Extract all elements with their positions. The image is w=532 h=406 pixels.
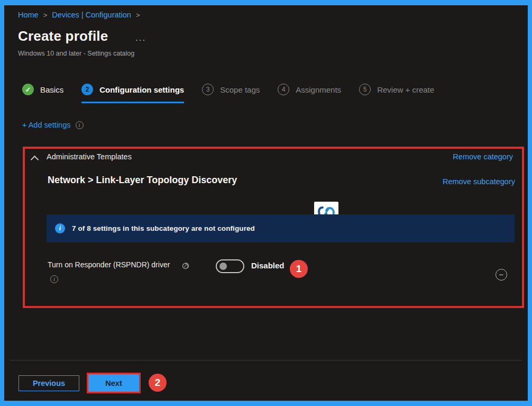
- previous-button[interactable]: Previous: [19, 375, 79, 391]
- tab-label: Configuration settings: [99, 85, 184, 94]
- breadcrumb-separator: >: [43, 11, 48, 19]
- info-icon[interactable]: i: [76, 121, 84, 129]
- info-icon[interactable]: i: [50, 275, 58, 283]
- step-number-icon: 5: [359, 84, 371, 95]
- tab-configuration-settings[interactable]: 2 Configuration settings: [81, 84, 184, 103]
- breadcrumb-devices-configuration-link[interactable]: Devices | Configuration: [52, 11, 131, 19]
- create-profile-panel: Home > Devices | Configuration > Create …: [4, 5, 528, 401]
- info-banner: i 7 of 8 settings in this subcategory ar…: [47, 214, 515, 242]
- info-icon: i: [55, 223, 65, 233]
- category-name: Administrative Templates: [47, 152, 132, 161]
- check-icon: ✓: [22, 84, 34, 95]
- collapse-chevron-icon[interactable]: [31, 156, 39, 164]
- more-options-icon[interactable]: ...: [135, 33, 146, 43]
- annotation-highlight-box: Administrative Templates Remove category…: [23, 147, 524, 308]
- responder-driver-toggle[interactable]: [216, 259, 244, 273]
- step-number-icon: 3: [202, 84, 214, 95]
- breadcrumb-separator: >: [136, 11, 140, 19]
- add-settings-row: + Add settings i: [22, 121, 84, 129]
- wizard-steps: ✓ Basics 2 Configuration settings 3 Scop…: [22, 84, 434, 103]
- step-number-icon: 4: [278, 84, 289, 95]
- annotation-highlight-next: Next: [87, 373, 141, 393]
- tab-label: Review + create: [377, 85, 434, 94]
- tab-basics[interactable]: ✓ Basics: [22, 84, 63, 102]
- remove-subcategory-link[interactable]: Remove subcategory: [443, 177, 515, 186]
- setting-label: Turn on Responder (RSPNDR) driver: [48, 260, 170, 269]
- tab-review-create[interactable]: 5 Review + create: [359, 84, 434, 102]
- remove-category-link[interactable]: Remove category: [453, 152, 513, 161]
- page-title: Create profile: [18, 28, 108, 44]
- step-number-icon: 2: [81, 84, 93, 95]
- toggle-knob: [219, 263, 227, 270]
- tab-label: Scope tags: [220, 85, 260, 94]
- tab-label: Basics: [40, 85, 63, 94]
- annotation-badge-1: 1: [290, 260, 308, 278]
- add-settings-link[interactable]: + Add settings: [22, 121, 71, 129]
- annotation-badge-2: 2: [149, 374, 167, 392]
- toggle-state-label: Disabled: [251, 261, 285, 270]
- breadcrumb: Home > Devices | Configuration >: [18, 11, 140, 19]
- banner-text: 7 of 8 settings in this subcategory are …: [72, 224, 255, 232]
- copy-icon[interactable]: [182, 261, 190, 272]
- breadcrumb-home-link[interactable]: Home: [18, 11, 39, 19]
- tab-assignments[interactable]: 4 Assignments: [278, 84, 341, 102]
- tab-label: Assignments: [296, 85, 341, 94]
- tab-scope-tags[interactable]: 3 Scope tags: [202, 84, 260, 102]
- subcategory-title: Network > Link-Layer Topology Discovery: [48, 175, 237, 186]
- remove-setting-icon[interactable]: −: [496, 269, 507, 281]
- next-button[interactable]: Next: [88, 374, 139, 392]
- page-subtitle: Windows 10 and later - Settings catalog: [18, 50, 134, 57]
- footer-divider: [10, 360, 521, 360]
